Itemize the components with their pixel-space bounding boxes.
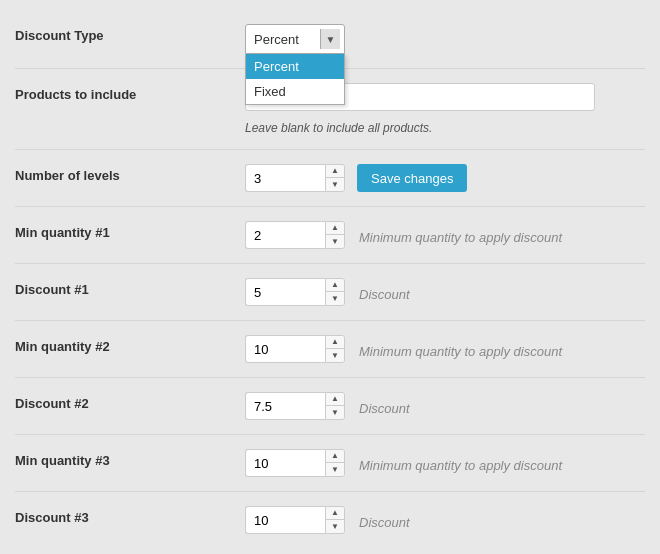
field-row-5: Discount #3 ▲ ▼ Discount <box>15 492 645 548</box>
field-control-4: ▲ ▼ Minimum quantity to apply discount <box>245 449 562 477</box>
field-input-2[interactable] <box>245 335 325 363</box>
field-increment-2[interactable]: ▲ <box>326 336 344 349</box>
field-spinner-0: ▲ ▼ <box>245 221 345 249</box>
field-spinner-buttons-5: ▲ ▼ <box>325 506 345 534</box>
field-increment-5[interactable]: ▲ <box>326 507 344 520</box>
number-of-levels-label: Number of levels <box>15 164 245 183</box>
field-spinner-4: ▲ ▼ <box>245 449 345 477</box>
field-input-5[interactable] <box>245 506 325 534</box>
field-spinner-3: ▲ ▼ <box>245 392 345 420</box>
discount-option-fixed[interactable]: Fixed <box>246 79 344 104</box>
field-input-1[interactable] <box>245 278 325 306</box>
field-input-4[interactable] <box>245 449 325 477</box>
field-increment-0[interactable]: ▲ <box>326 222 344 235</box>
field-increment-4[interactable]: ▲ <box>326 450 344 463</box>
field-spinner-1: ▲ ▼ <box>245 278 345 306</box>
number-of-levels-increment[interactable]: ▲ <box>326 165 344 178</box>
discount-option-percent[interactable]: Percent <box>246 54 344 79</box>
field-input-3[interactable] <box>245 392 325 420</box>
field-hint-0: Minimum quantity to apply discount <box>359 225 562 245</box>
number-of-levels-control: ▲ ▼ Save changes <box>245 164 467 192</box>
field-decrement-0[interactable]: ▼ <box>326 235 344 248</box>
field-spinner-buttons-1: ▲ ▼ <box>325 278 345 306</box>
dropdown-arrow-icon: ▼ <box>320 29 340 49</box>
field-control-1: ▲ ▼ Discount <box>245 278 410 306</box>
field-decrement-2[interactable]: ▼ <box>326 349 344 362</box>
field-control-2: ▲ ▼ Minimum quantity to apply discount <box>245 335 562 363</box>
field-increment-3[interactable]: ▲ <box>326 393 344 406</box>
discount-type-options-list: Percent Fixed <box>245 54 345 105</box>
field-label-3: Discount #2 <box>15 392 245 411</box>
field-increment-1[interactable]: ▲ <box>326 279 344 292</box>
field-label-2: Min quantity #2 <box>15 335 245 354</box>
field-hint-5: Discount <box>359 510 410 530</box>
field-control-0: ▲ ▼ Minimum quantity to apply discount <box>245 221 562 249</box>
field-spinner-5: ▲ ▼ <box>245 506 345 534</box>
discount-type-trigger[interactable]: Percent ▼ <box>245 24 345 54</box>
field-spinner-2: ▲ ▼ <box>245 335 345 363</box>
field-row-1: Discount #1 ▲ ▼ Discount <box>15 264 645 321</box>
discount-type-control: Percent ▼ Percent Fixed <box>245 24 345 54</box>
field-control-5: ▲ ▼ Discount <box>245 506 410 534</box>
field-label-4: Min quantity #3 <box>15 449 245 468</box>
field-hint-4: Minimum quantity to apply discount <box>359 453 562 473</box>
field-control-3: ▲ ▼ Discount <box>245 392 410 420</box>
field-row-2: Min quantity #2 ▲ ▼ Minimum quantity to … <box>15 321 645 378</box>
field-decrement-5[interactable]: ▼ <box>326 520 344 533</box>
field-row-4: Min quantity #3 ▲ ▼ Minimum quantity to … <box>15 435 645 492</box>
field-decrement-1[interactable]: ▼ <box>326 292 344 305</box>
save-changes-button[interactable]: Save changes <box>357 164 467 192</box>
products-to-include-label: Products to include <box>15 83 245 102</box>
field-spinner-buttons-0: ▲ ▼ <box>325 221 345 249</box>
field-label-5: Discount #3 <box>15 506 245 525</box>
discount-type-selected: Percent <box>254 32 299 47</box>
field-hint-3: Discount <box>359 396 410 416</box>
number-of-levels-decrement[interactable]: ▼ <box>326 178 344 191</box>
field-label-0: Min quantity #1 <box>15 221 245 240</box>
field-decrement-3[interactable]: ▼ <box>326 406 344 419</box>
field-spinner-buttons-2: ▲ ▼ <box>325 335 345 363</box>
dynamic-fields-container: Min quantity #1 ▲ ▼ Minimum quantity to … <box>15 207 645 548</box>
number-of-levels-row: Number of levels ▲ ▼ Save changes <box>15 150 645 207</box>
field-spinner-buttons-4: ▲ ▼ <box>325 449 345 477</box>
field-row-3: Discount #2 ▲ ▼ Discount <box>15 378 645 435</box>
products-to-include-hint: Leave blank to include all products. <box>245 121 645 135</box>
field-label-1: Discount #1 <box>15 278 245 297</box>
field-spinner-buttons-3: ▲ ▼ <box>325 392 345 420</box>
field-input-0[interactable] <box>245 221 325 249</box>
number-of-levels-spinner: ▲ ▼ <box>245 164 345 192</box>
discount-type-dropdown[interactable]: Percent ▼ Percent Fixed <box>245 24 345 54</box>
field-decrement-4[interactable]: ▼ <box>326 463 344 476</box>
number-of-levels-input[interactable] <box>245 164 325 192</box>
number-of-levels-spinner-buttons: ▲ ▼ <box>325 164 345 192</box>
field-row-0: Min quantity #1 ▲ ▼ Minimum quantity to … <box>15 207 645 264</box>
field-hint-1: Discount <box>359 282 410 302</box>
discount-type-row: Discount Type Percent ▼ Percent Fixed <box>15 10 645 69</box>
discount-type-label: Discount Type <box>15 24 245 43</box>
field-hint-2: Minimum quantity to apply discount <box>359 339 562 359</box>
